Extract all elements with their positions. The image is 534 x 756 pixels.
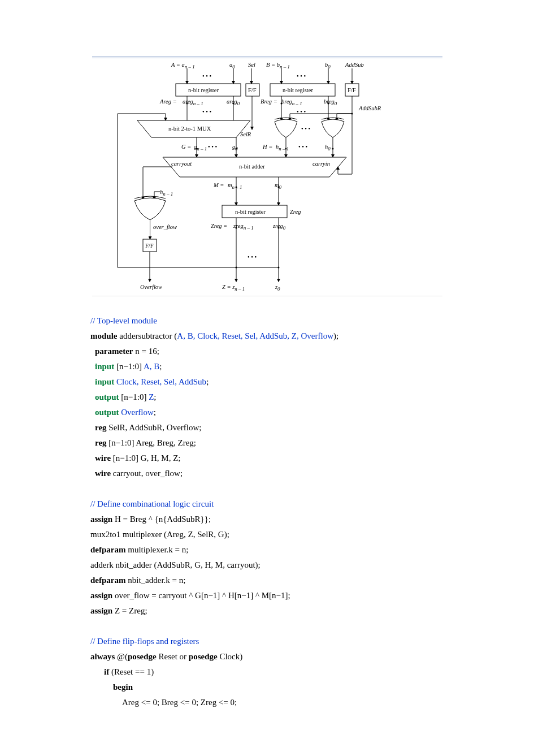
svg-point-29 (232, 103, 234, 105)
svg-text:•  •  •: • • • (202, 109, 212, 115)
svg-text:z0: z0 (275, 284, 280, 292)
kw-posedge: posedge (128, 652, 157, 661)
svg-text:over_flow: over_flow (153, 224, 177, 230)
svg-text:carryout: carryout (171, 161, 192, 167)
svg-text:•  •  •: • • • (301, 126, 311, 132)
svg-text:•  •  •: • • • (297, 73, 306, 79)
svg-text:SelR: SelR (240, 131, 251, 137)
svg-text:a0: a0 (229, 62, 235, 70)
svg-text:AddSubR: AddSubR (358, 105, 381, 111)
svg-text:Z = zn – 1: Z = zn – 1 (222, 284, 245, 292)
svg-text:h0: h0 (325, 144, 331, 152)
svg-text:b0: b0 (325, 62, 331, 70)
svg-text:Zreg =: Zreg = (211, 223, 227, 229)
svg-point-59 (235, 148, 237, 150)
kw-reg: reg (95, 423, 107, 432)
kw-module: module (90, 331, 118, 340)
verilog-code: // Top-level module module addersubtract… (90, 313, 444, 710)
svg-text:carryin: carryin (312, 161, 330, 167)
svg-point-93 (277, 227, 279, 229)
svg-text:Sel: Sel (248, 62, 255, 68)
svg-text:A = an – 1: A = an – 1 (171, 62, 195, 70)
svg-text:bregn – 1: bregn – 1 (281, 98, 302, 106)
svg-text:m0: m0 (275, 182, 282, 190)
circuit-diagram: A = an – 1 a0 Sel B = bn – 1 b0 AddSub •… (92, 58, 442, 296)
svg-text:hn – 1: hn – 1 (276, 144, 289, 152)
xor-gate-lsb (322, 118, 344, 137)
svg-point-73 (235, 187, 237, 188)
svg-text:•  •  •: • • • (298, 144, 308, 150)
kw-output: output (95, 392, 119, 401)
diagram-container: A = an – 1 a0 Sel B = bn – 1 b0 AddSub •… (92, 57, 442, 296)
svg-text:•  •  •: • • • (248, 254, 257, 260)
code-comment: // Top-level module (90, 316, 157, 325)
svg-text:aregn – 1: aregn – 1 (183, 98, 203, 106)
svg-text:breg0: breg0 (324, 98, 337, 106)
svg-text:n-bit register: n-bit register (235, 209, 266, 215)
svg-text:n-bit register: n-bit register (283, 87, 313, 93)
svg-text:•  •  •: • • • (208, 144, 218, 150)
kw-always: always (90, 652, 115, 661)
svg-text:F/F: F/F (348, 87, 356, 93)
svg-point-63 (332, 148, 333, 150)
xor-gate-msb (275, 118, 297, 137)
svg-text:n-bit 2-to-1 MUX: n-bit 2-to-1 MUX (168, 126, 211, 132)
svg-text:H =: H = (262, 144, 272, 150)
svg-text:mn – 1: mn – 1 (228, 182, 242, 190)
code-comment: // Define flip-flops and registers (90, 637, 199, 646)
kw-parameter: parameter (95, 347, 133, 356)
svg-point-75 (277, 187, 279, 188)
svg-text:g0: g0 (232, 144, 238, 152)
svg-point-26 (186, 103, 188, 105)
svg-text:Areg =: Areg = (159, 98, 177, 105)
svg-text:F/F: F/F (248, 87, 257, 93)
svg-text:hn – 1: hn – 1 (160, 189, 173, 197)
svg-text:Zreg: Zreg (290, 209, 301, 215)
code-comment: // Define combinational logic circuit (90, 499, 214, 508)
xor-gate-overflow (134, 196, 166, 220)
kw-if: if (104, 667, 109, 676)
svg-text:n-bit register: n-bit register (188, 87, 219, 93)
svg-point-89 (235, 227, 237, 229)
svg-text:n-bit adder: n-bit adder (239, 163, 265, 170)
svg-text:M =: M = (213, 182, 224, 188)
kw-begin: begin (113, 682, 133, 692)
svg-point-61 (285, 148, 286, 150)
svg-text:F/F: F/F (145, 243, 154, 249)
page: A = an – 1 a0 Sel B = bn – 1 b0 AddSub •… (0, 0, 534, 744)
svg-text:Breg =: Breg = (261, 98, 277, 105)
kw-assign: assign (90, 515, 112, 524)
svg-point-35 (327, 103, 329, 105)
svg-text:Overflow: Overflow (140, 284, 162, 290)
kw-defparam: defparam (90, 545, 126, 554)
svg-point-32 (280, 103, 282, 105)
svg-text:gn – 1: gn – 1 (194, 144, 207, 152)
kw-wire: wire (95, 453, 111, 463)
svg-text:zreg0: zreg0 (272, 223, 286, 231)
svg-text:G =: G = (181, 144, 191, 150)
svg-text:B = bn – 1: B = bn – 1 (266, 62, 290, 70)
svg-text:•  •  •: • • • (202, 73, 212, 79)
svg-text:AddSub: AddSub (345, 62, 364, 68)
kw-input: input (95, 362, 114, 371)
svg-point-57 (196, 148, 197, 150)
